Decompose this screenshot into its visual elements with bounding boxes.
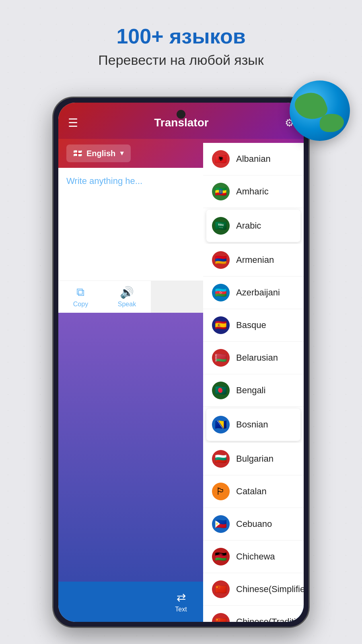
language-flag: 🇪🇸 [212,316,230,334]
action-buttons-row: ⧉ Copy 🔊 Speak [58,281,151,313]
app-header: ☰ Translator ⚙ [58,103,304,139]
speak-label: Speak [118,301,136,308]
language-flag: 🇵🇭 [212,515,230,533]
phone-screen: ☰ Translator ⚙ 🏴󠁧󠁢󠁥󠁮󠁧󠁿 English ▼ Write a… [58,103,304,622]
language-flag: 🇦🇱 [212,150,230,168]
page-header: 100+ языков Перевести на любой язык [0,0,362,68]
copy-icon: ⧉ [76,286,84,299]
language-list-item[interactable]: 🇪🇸Basque [203,309,304,342]
language-name: Armenian [236,255,274,265]
language-name: Cebuano [236,519,272,529]
text-nav-item[interactable]: ⇄ Text [175,591,187,613]
language-name: Chinese(Traditional) [236,617,304,622]
language-list-item[interactable]: 🇸🇦Arabic [206,210,300,242]
language-name: Amharic [236,186,269,197]
copy-label: Copy [73,301,88,308]
language-list-item[interactable]: 🇦🇱Albanian [203,143,304,175]
language-name: Chichewa [236,551,275,562]
language-name: Albanian [236,154,271,164]
phone-frame: ☰ Translator ⚙ 🏴󠁧󠁢󠁥󠁮󠁧󠁿 English ▼ Write a… [52,97,310,628]
copy-button[interactable]: ⧉ Copy [73,286,88,308]
language-list-item[interactable]: 🇲🇼Chichewa [203,541,304,573]
speaker-icon: 🔊 [120,286,134,299]
language-list-item[interactable]: 🇦🇿Azerbaijani [203,277,304,309]
language-dropdown[interactable]: 🇦🇱Albanian🇪🇹Amharic🇸🇦Arabic🇦🇲Armenian🇦🇿A… [203,143,304,622]
language-list-item[interactable]: 🇧🇬Bulgarian [203,443,304,475]
language-flag: 🇦🇿 [212,284,230,301]
language-name: Arabic [236,221,261,231]
language-name: Basque [236,320,266,330]
language-flag: 🇪🇹 [212,183,230,200]
language-list-item[interactable]: 🇨🇳Chinese(Traditional) [203,606,304,622]
language-list-item[interactable]: 🏳Catalan [203,475,304,508]
language-list-item[interactable]: 🇧🇦Bosnian [206,409,300,441]
language-flag: 🇧🇬 [212,450,230,468]
language-flag: 🇧🇩 [212,382,230,399]
language-list-item[interactable]: 🇧🇩Bengali [203,374,304,407]
text-nav-icon: ⇄ [177,591,186,604]
language-name: Azerbaijani [236,287,280,298]
globe-decoration [290,80,350,141]
camera-notch [177,110,185,119]
language-name: Catalan [236,486,267,497]
language-list-item[interactable]: 🇨🇳Chinese(Simplified) [203,573,304,606]
header-title: 100+ языков [0,24,362,48]
language-name: Bulgarian [236,454,274,464]
source-language-name: English [86,149,115,158]
hamburger-icon[interactable]: ☰ [68,116,78,130]
globe-icon [290,80,350,141]
language-list-item[interactable]: 🇵🇭Cebuano [203,508,304,541]
language-flag: 🇨🇳 [212,613,230,622]
language-name: Belarusian [236,353,278,363]
header-subtitle: Перевести на любой язык [0,52,362,68]
language-flag: 🇧🇾 [212,349,230,367]
language-list-item[interactable]: 🇦🇲Armenian [203,244,304,277]
language-flag: 🇧🇦 [212,416,230,433]
text-nav-label: Text [175,606,187,613]
source-flag: 🏴󠁧󠁢󠁥󠁮󠁧󠁿 [72,148,83,159]
speak-button[interactable]: 🔊 Speak [118,286,136,308]
language-flag: 🏳 [212,483,230,500]
language-name: Chinese(Simplified) [236,584,304,594]
language-flag: 🇲🇼 [212,548,230,566]
language-list-item[interactable]: 🇪🇹Amharic [203,175,304,208]
language-name: Bengali [236,385,265,396]
language-flag: 🇨🇳 [212,580,230,598]
language-flag: 🇸🇦 [212,217,230,235]
source-language-selector[interactable]: 🏴󠁧󠁢󠁥󠁮󠁧󠁿 English ▼ [66,144,131,162]
dropdown-arrow-icon: ▼ [119,150,125,157]
language-name: Bosnian [236,419,268,430]
language-list-item[interactable]: 🇧🇾Belarusian [203,342,304,374]
language-flag: 🇦🇲 [212,251,230,269]
